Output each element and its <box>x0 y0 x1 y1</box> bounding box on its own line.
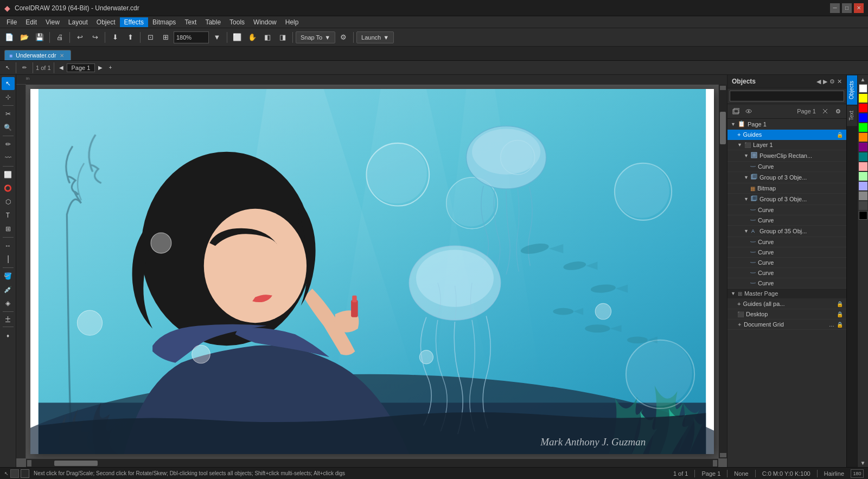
color-swatch-purple[interactable] <box>859 143 867 151</box>
list-item-bitmap[interactable]: ▦ Bitmap <box>727 183 846 194</box>
obj-new-layer-button[interactable] <box>730 106 742 117</box>
page1-expand-icon[interactable]: ▼ <box>731 122 736 127</box>
color-swatch-black[interactable] <box>859 211 867 220</box>
zoom-tool[interactable]: 🔍 <box>2 121 15 134</box>
document-tab-underwater[interactable]: ■ Underwater.cdr ✕ <box>4 50 71 60</box>
color-swatch-lightblue[interactable] <box>859 182 867 190</box>
color-eyedropper[interactable]: 💉 <box>2 283 15 296</box>
group3-1-expand-icon[interactable]: ▼ <box>744 175 749 180</box>
redo-button[interactable]: ↪ <box>88 30 102 44</box>
menu-object[interactable]: Object <box>92 17 120 27</box>
color-swatch-lightgreen[interactable] <box>859 172 867 181</box>
list-item-guides[interactable]: + Guides 🔒 <box>727 130 846 140</box>
menu-window[interactable]: Window <box>249 17 281 27</box>
add-minus-tool[interactable]: ± <box>5 314 11 325</box>
obj-settings-btn[interactable]: ⚙ <box>832 106 844 117</box>
pan-tool[interactable]: ✋ <box>245 30 259 44</box>
rect-tool[interactable]: ⬜ <box>2 168 15 181</box>
objects-left-arrow[interactable]: ◀ <box>816 78 821 85</box>
status-zoom-indicator[interactable]: 180 <box>851 469 864 478</box>
objects-close-button[interactable]: ✕ <box>837 78 842 85</box>
color-swatch-darkgray[interactable] <box>859 201 867 210</box>
list-item-page1[interactable]: ▼ 📋 Page 1 <box>727 119 846 130</box>
freehand-button[interactable]: ✏ <box>19 62 30 73</box>
masterpage-expand-icon[interactable]: ▼ <box>731 291 736 296</box>
save-button[interactable]: 💾 <box>33 30 47 44</box>
polygon-tool[interactable]: ⬡ <box>2 195 15 208</box>
snap-to-dropdown[interactable]: Snap To ▼ <box>296 31 335 43</box>
menu-effects[interactable]: Effects <box>120 17 148 27</box>
menu-text[interactable]: Text <box>180 17 201 27</box>
connector-tool[interactable]: ⎮ <box>2 253 15 266</box>
add-page-button[interactable]: + <box>106 63 114 72</box>
select-all-button[interactable]: ↖ <box>2 62 13 73</box>
vertical-scrollbar[interactable] <box>718 85 727 458</box>
align-center[interactable]: ◨ <box>276 30 290 44</box>
scroll-thumb[interactable] <box>720 112 726 144</box>
open-button[interactable]: 📂 <box>17 30 31 44</box>
list-item-curve1[interactable]: 〰 Curve <box>727 162 846 172</box>
menu-layout[interactable]: Layout <box>64 17 92 27</box>
import-button[interactable]: ⬇ <box>108 30 122 44</box>
freehand-tool[interactable]: ⊹ <box>2 91 15 104</box>
list-item-document-grid[interactable]: ✦ Document Grid … 🔒 <box>727 320 846 330</box>
smart-draw[interactable]: 〰 <box>2 151 15 164</box>
list-item-desktop[interactable]: ⬛ Desktop 🔒 <box>727 309 846 320</box>
menu-view[interactable]: View <box>41 17 64 27</box>
freehand-draw[interactable]: ✏ <box>2 138 15 151</box>
menu-help[interactable]: Help <box>281 17 303 27</box>
list-item-guides-all[interactable]: + Guides (all pa... 🔒 <box>727 299 846 309</box>
status-fill-swatch[interactable] <box>10 469 19 478</box>
group35-expand-icon[interactable]: ▼ <box>744 228 749 234</box>
list-item-curve4[interactable]: 〰 Curve <box>727 237 846 247</box>
zoom-to-fit[interactable]: ⊡ <box>143 30 157 44</box>
horizontal-scrollbar[interactable] <box>26 458 718 467</box>
sidebar-tab-objects[interactable]: Objects <box>847 75 857 105</box>
undo-button[interactable]: ↩ <box>73 30 87 44</box>
list-item-masterpage[interactable]: ▼ ⊞ Master Page <box>727 289 846 299</box>
list-item-curve3[interactable]: 〰 Curve <box>727 215 846 226</box>
fill-tool[interactable]: 🪣 <box>2 270 15 283</box>
new-button[interactable]: 📄 <box>2 30 16 44</box>
palette-up-button[interactable]: ▲ <box>858 75 868 84</box>
parallel-dim[interactable]: ↔ <box>2 239 15 252</box>
obj-guides-button[interactable] <box>819 106 831 117</box>
menu-table[interactable]: Table <box>201 17 225 27</box>
maximize-button[interactable]: □ <box>842 3 852 13</box>
objects-settings-button[interactable]: ⚙ <box>829 78 835 85</box>
list-item-curve7[interactable]: 〰 Curve <box>727 268 846 278</box>
color-swatch-orange[interactable] <box>859 133 867 142</box>
menu-edit[interactable]: Edit <box>21 17 41 27</box>
scroll-down-button[interactable] <box>720 453 726 457</box>
select-tool[interactable]: ↖ <box>2 77 15 90</box>
close-button[interactable]: ✕ <box>854 3 864 13</box>
list-item-curve6[interactable]: 〰 Curve <box>727 258 846 268</box>
list-item-layer1[interactable]: ▼ ⬛ Layer 1 <box>727 140 846 150</box>
color-swatch-yellow[interactable] <box>859 94 867 103</box>
menu-file[interactable]: File <box>2 17 21 27</box>
interactive-fill[interactable]: ◈ <box>2 297 15 310</box>
zoom-select[interactable]: ⊞ <box>158 30 173 44</box>
frame-tool[interactable]: ⬜ <box>230 30 244 44</box>
color-swatch-gray[interactable] <box>859 191 867 200</box>
powerclip-expand-icon[interactable]: ▼ <box>744 153 749 158</box>
color-swatch-red[interactable] <box>859 104 867 112</box>
launch-dropdown[interactable]: Launch ▼ <box>356 31 394 43</box>
list-item-group3-1[interactable]: ▼ Group of 3 Obje... <box>727 172 846 183</box>
shape-tool[interactable]: ⬧ <box>2 329 15 342</box>
crop-tool[interactable]: ✂ <box>2 107 15 120</box>
list-item-group3-2[interactable]: ▼ Group of 3 Obje... <box>727 194 846 205</box>
obj-visibility-button[interactable] <box>743 106 755 117</box>
zoom-dropdown[interactable]: ▼ <box>210 30 224 44</box>
group3-2-expand-icon[interactable]: ▼ <box>744 196 749 202</box>
prev-page-button[interactable]: ◀ <box>57 63 66 72</box>
ellipse-tool[interactable]: ⭕ <box>2 182 15 195</box>
align-left[interactable]: ◧ <box>260 30 275 44</box>
zoom-input[interactable] <box>174 31 209 43</box>
scroll-horiz-thumb[interactable] <box>54 461 98 466</box>
color-swatch-pink[interactable] <box>859 162 867 171</box>
scroll-up-button[interactable] <box>720 86 726 90</box>
scroll-left-button[interactable] <box>27 460 31 467</box>
list-item-powerclip[interactable]: ▼ PowerClip Rectan... <box>727 150 846 162</box>
layer1-expand-icon[interactable]: ▼ <box>737 142 742 148</box>
